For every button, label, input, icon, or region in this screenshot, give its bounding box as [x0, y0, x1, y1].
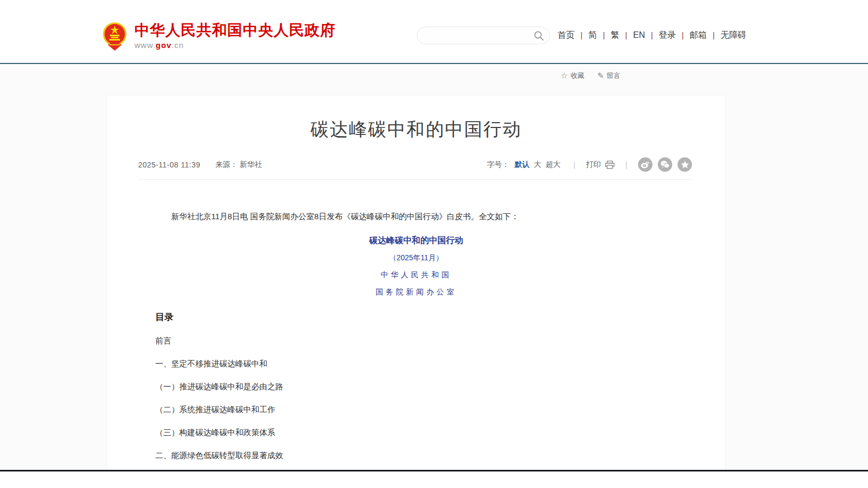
search-icon[interactable] — [533, 30, 544, 41]
site-brand[interactable]: 中华人民共和国中央人民政府 www.gov.cn — [102, 21, 336, 51]
document-org-line1: 中华人民共和国 — [155, 270, 677, 280]
page-background: ☆ 收藏 ✎ 留言 碳达峰碳中和的中国行动 2025-11-08 11:39 来… — [0, 64, 868, 470]
favorite-button[interactable]: ☆ 收藏 — [561, 71, 584, 81]
font-size-label: 字号： — [487, 160, 509, 170]
print-button[interactable]: 打印 — [586, 160, 615, 170]
nav-separator: | — [625, 30, 627, 39]
meta-separator: | — [625, 161, 627, 169]
comment-label: 留言 — [607, 71, 620, 81]
printer-icon — [605, 161, 615, 169]
favorite-label: 收藏 — [570, 71, 584, 81]
source: 来源： 新华社 — [215, 160, 262, 170]
nav-login[interactable]: 登录 — [659, 30, 676, 39]
nav-separator: | — [713, 30, 715, 39]
document-date: （2025年11月） — [155, 253, 677, 263]
nav-traditional[interactable]: 繁 — [611, 30, 619, 39]
toc-item: （二）系统推进碳达峰碳中和工作 — [155, 404, 677, 415]
search-box — [417, 27, 550, 44]
bottom-divider — [0, 470, 868, 471]
toc-item: （一）推进碳达峰碳中和是必由之路 — [155, 381, 677, 392]
font-size-default[interactable]: 默认 — [515, 160, 530, 170]
site-url: www.gov.cn — [134, 41, 336, 50]
site-header: 中华人民共和国中央人民政府 www.gov.cn 首页|简|繁|EN|登录|邮箱… — [0, 0, 868, 63]
nav-separator: | — [580, 30, 583, 39]
star-outline-icon: ☆ — [561, 71, 568, 81]
article-meta: 2025-11-08 11:39 来源： 新华社 字号： 默认 大 超大 | 打… — [138, 157, 692, 180]
top-nav: 首页|简|繁|EN|登录|邮箱|无障碍 — [558, 30, 746, 41]
search-input[interactable] — [417, 31, 533, 40]
star-share-icon[interactable] — [678, 157, 692, 172]
toc-item: 一、坚定不移推进碳达峰碳中和 — [155, 358, 677, 369]
page-title: 碳达峰碳中和的中国行动 — [107, 117, 725, 141]
pencil-icon: ✎ — [597, 71, 604, 81]
nav-simplified[interactable]: 简 — [588, 30, 597, 39]
document-title: 碳达峰碳中和的中国行动 — [155, 235, 677, 246]
toc-item: （三）构建碳达峰碳中和政策体系 — [155, 427, 677, 438]
toc-heading: 目录 — [155, 311, 677, 323]
article-body: 新华社北京11月8日电 国务院新闻办公室8日发布《碳达峰碳中和的中国行动》白皮书… — [155, 211, 677, 470]
article-card: 碳达峰碳中和的中国行动 2025-11-08 11:39 来源： 新华社 字号：… — [107, 95, 726, 470]
nav-english[interactable]: EN — [633, 30, 645, 39]
nav-separator: | — [682, 30, 684, 39]
national-emblem-icon — [102, 21, 127, 51]
nav-mail[interactable]: 邮箱 — [690, 30, 707, 39]
nav-separator: | — [651, 30, 653, 39]
source-name: 新华社 — [240, 160, 262, 169]
site-title: 中华人民共和国中央人民政府 — [134, 22, 336, 38]
comment-button[interactable]: ✎ 留言 — [597, 71, 620, 81]
share-group — [638, 157, 692, 172]
nav-separator: | — [603, 30, 605, 39]
font-size-large[interactable]: 大 — [534, 160, 541, 170]
toc-item: 前言 — [155, 335, 677, 346]
page-tools: ☆ 收藏 ✎ 留言 — [561, 71, 620, 81]
meta-right: 字号： 默认 大 超大 | 打印 | — [487, 157, 692, 172]
font-size-xlarge[interactable]: 超大 — [546, 160, 561, 170]
site-title-block: 中华人民共和国中央人民政府 www.gov.cn — [134, 22, 336, 50]
print-label: 打印 — [586, 160, 601, 170]
toc-item: 二、能源绿色低碳转型取得显著成效 — [155, 450, 677, 461]
lead-paragraph: 新华社北京11月8日电 国务院新闻办公室8日发布《碳达峰碳中和的中国行动》白皮书… — [155, 211, 677, 222]
meta-left: 2025-11-08 11:39 来源： 新华社 — [138, 160, 262, 170]
nav-home[interactable]: 首页 — [558, 30, 575, 39]
nav-accessibility[interactable]: 无障碍 — [721, 30, 746, 39]
wechat-share-icon[interactable] — [658, 157, 672, 172]
publish-date: 2025-11-08 11:39 — [138, 161, 200, 169]
weibo-share-icon[interactable] — [638, 157, 652, 172]
meta-separator: | — [574, 161, 576, 169]
document-org-line2: 国务院新闻办公室 — [155, 287, 677, 297]
